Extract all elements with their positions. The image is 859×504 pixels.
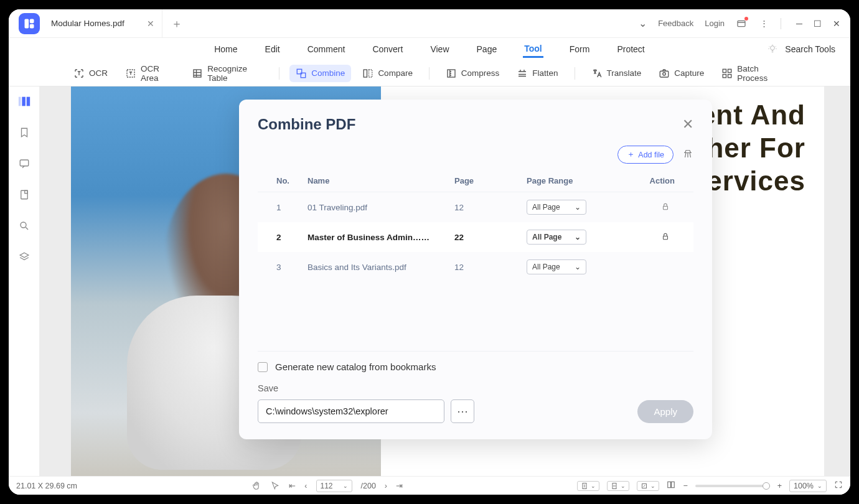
page-range-select[interactable]: All Page⌄ [527,230,586,245]
sidebar-comments[interactable] [17,156,32,171]
fit-height-select[interactable]: ⌄ [577,481,599,491]
menu-form[interactable]: Form [568,42,591,57]
fit-width-select[interactable]: ⌄ [607,481,629,491]
reading-mode-icon[interactable] [667,480,675,491]
svg-rect-19 [22,97,26,106]
combine-icon [296,68,307,79]
menu-protect[interactable]: Protect [616,42,645,57]
menu-page[interactable]: Page [476,42,499,57]
add-tab-button[interactable]: ＋ [171,16,182,31]
svg-point-13 [663,72,666,75]
tool-translate[interactable]: Translate [585,65,648,82]
menu-view[interactable]: View [429,42,450,57]
page-number-input[interactable]: 112⌄ [316,480,352,492]
zoom-out-icon[interactable]: − [683,482,687,490]
sidebar-attachments[interactable] [17,187,32,202]
sidebar-search[interactable] [17,218,32,233]
generate-catalog-checkbox[interactable]: Generate new catalog from bookmarks [258,362,693,372]
table-row[interactable]: 3 Basics and Its Variants.pdf 12 All Pag… [258,252,693,282]
prev-page-icon[interactable]: ‹ [304,482,307,490]
notification-dot [744,17,748,21]
file-table: No. Name Page Page Range Action 1 01 Tra… [258,171,693,345]
zoom-slider[interactable] [695,485,770,487]
browse-button[interactable]: ⋯ [451,399,474,423]
dialog-title: Combine PDF [258,116,355,133]
chevron-down-icon: ⌄ [817,483,822,489]
dropdown-icon[interactable]: ⌄ [639,17,647,29]
close-tab-icon[interactable]: ✕ [147,19,154,29]
zoom-level-select[interactable]: 100%⌄ [789,480,827,492]
sidebar-bookmarks[interactable] [17,125,32,140]
svg-rect-25 [664,206,668,209]
menu-tool[interactable]: Tool [523,41,543,58]
tool-flatten[interactable]: Flatten [510,65,564,82]
next-page-icon[interactable]: › [385,482,387,490]
notification-icon[interactable] [736,18,747,29]
titlebar-right: ⌄ Feedback Login ⋮ ─ ☐ ✕ [639,17,844,29]
svg-rect-10 [369,70,372,77]
save-path-input[interactable]: C:\windows\system32\explorer [258,399,444,423]
search-tools-input[interactable]: Search Tools [784,42,837,57]
save-label: Save [258,383,693,393]
menubar-right: Search Tools [767,42,837,57]
document-viewport[interactable]: lligent And rapher For y Services Destin… [40,86,850,476]
page-range-select[interactable]: All Page⌄ [527,200,586,215]
add-file-button[interactable]: ＋ Add file [617,146,674,164]
slider-thumb[interactable] [763,482,770,490]
tool-combine[interactable]: Combine [289,65,351,82]
table-row[interactable]: 2 Master of Business Admin…… 22 All Page… [258,222,693,252]
chevron-down-icon: ⌄ [575,233,581,241]
svg-rect-0 [25,19,29,28]
select-tool-icon[interactable] [270,481,280,491]
svg-rect-1 [30,19,34,23]
sidebar-thumbnails[interactable] [17,94,32,109]
hand-tool-icon[interactable] [251,481,261,491]
fullscreen-icon[interactable] [834,480,843,491]
batch-icon [721,68,733,79]
apply-button[interactable]: Apply [637,400,693,423]
menu-edit[interactable]: Edit [264,42,281,57]
lock-icon[interactable] [661,203,670,213]
zoom-in-icon[interactable]: + [777,482,782,490]
document-tab[interactable]: Modular Homes.pdf ✕ [44,9,162,38]
ocr-area-icon [125,68,136,79]
tool-ocr[interactable]: OCR [67,65,114,82]
separator [781,18,781,29]
svg-rect-15 [728,69,731,72]
close-window-button[interactable]: ✕ [833,19,840,29]
last-page-icon[interactable]: ⇥ [396,481,403,490]
table-row[interactable]: 1 01 Traveling.pdf 12 All Page⌄ [258,192,693,222]
login-link[interactable]: Login [705,19,725,28]
dialog-close-button[interactable]: ✕ [682,116,693,133]
svg-rect-6 [194,70,201,77]
clear-list-icon[interactable] [682,148,693,162]
lock-icon[interactable] [661,233,670,243]
page-range-select[interactable]: All Page⌄ [527,259,586,274]
menu-comment[interactable]: Comment [306,42,347,57]
tool-recognize-table[interactable]: Recognize Table [185,61,269,86]
more-menu-icon[interactable]: ⋮ [758,18,769,29]
tool-capture[interactable]: Capture [652,65,710,82]
toolbar-separator [279,67,279,80]
sidebar-layers[interactable] [17,250,32,264]
chevron-down-icon: ⌄ [575,263,581,271]
tool-compress[interactable]: Compress [439,65,506,82]
menu-convert[interactable]: Convert [371,42,404,57]
first-page-icon[interactable]: ⇤ [289,481,296,490]
menubar: Home Edit Comment Convert View Page Tool… [9,38,850,60]
window-controls: ─ ☐ ✕ [796,19,840,29]
feedback-link[interactable]: Feedback [658,19,693,28]
svg-rect-23 [24,190,27,194]
svg-point-24 [21,222,26,228]
maximize-button[interactable]: ☐ [814,19,822,29]
menu-home[interactable]: Home [213,42,238,57]
svg-rect-17 [728,74,731,77]
compress-icon [446,68,457,79]
tool-batch-process[interactable]: Batch Process [715,61,792,86]
chevron-down-icon: ⌄ [575,203,581,212]
svg-rect-16 [723,74,726,77]
tool-ocr-area[interactable]: OCR Area [119,61,181,86]
tool-compare[interactable]: Compare [356,65,419,82]
minimize-button[interactable]: ─ [796,19,802,29]
zoom-mode-select[interactable]: ⌄ [637,481,659,491]
